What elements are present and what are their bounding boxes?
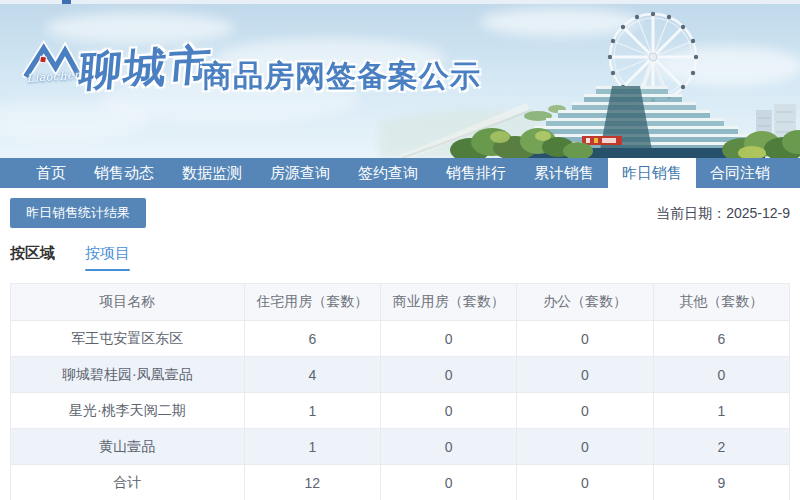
other-cell: 0 (653, 357, 789, 393)
nav-item-home[interactable]: 首页 (22, 158, 80, 188)
project-name-cell: 军王屯安置区东区 (11, 321, 245, 357)
office-cell: 0 (517, 429, 653, 465)
nav-item-contract-cancel[interactable]: 合同注销 (696, 158, 784, 188)
col-header-office: 办公（套数） (517, 284, 653, 321)
office-total-cell: 0 (517, 465, 653, 500)
col-header-other: 其他（套数） (653, 284, 789, 321)
current-date-value: 2025-12-9 (726, 205, 790, 221)
residential-cell: 1 (244, 393, 380, 429)
total-label-cell: 合计 (11, 465, 245, 500)
nav-item-yesterday-sales[interactable]: 昨日销售 (608, 158, 696, 188)
office-cell: 0 (517, 357, 653, 393)
page-title: 商品房网签备案公示 (202, 56, 481, 97)
other-total-cell: 9 (653, 465, 789, 500)
nav-item-cumulative-sales[interactable]: 累计销售 (520, 158, 608, 188)
col-header-project-name: 项目名称 (11, 284, 245, 321)
nav-item-sales-activity[interactable]: 销售动态 (80, 158, 168, 188)
residential-cell: 4 (244, 357, 380, 393)
commercial-cell: 0 (381, 393, 517, 429)
table-total-row: 合计 12 0 0 9 (11, 465, 790, 500)
current-date: 当前日期：2025-12-9 (656, 205, 790, 223)
project-name-cell: 星光·桃李天阅二期 (11, 393, 245, 429)
tab-by-region[interactable]: 按区域 (10, 244, 55, 271)
office-cell: 0 (517, 393, 653, 429)
commercial-cell: 0 (381, 357, 517, 393)
table-header-row: 项目名称 住宅用房（套数） 商业用房（套数） 办公（套数） 其他（套数） (11, 284, 790, 321)
residential-cell: 1 (244, 429, 380, 465)
yesterday-sales-table: 项目名称 住宅用房（套数） 商业用房（套数） 办公（套数） 其他（套数） 军王屯… (10, 283, 790, 500)
top-edge-strip (0, 0, 800, 4)
table-row: 聊城碧桂园·凤凰壹品 4 0 0 0 (11, 357, 790, 393)
nav-item-data-monitor[interactable]: 数据监测 (168, 158, 256, 188)
project-name-cell: 黄山壹品 (11, 429, 245, 465)
sales-table-container: 项目名称 住宅用房（套数） 商业用房（套数） 办公（套数） 其他（套数） 军王屯… (10, 283, 790, 500)
toolbar: 昨日销售统计结果 当前日期：2025-12-9 (0, 188, 800, 228)
site-banner: Liaocheng 聊城市 商品房网签备案公示 (0, 0, 800, 158)
other-cell: 6 (653, 321, 789, 357)
nav-item-contract-search[interactable]: 签约查询 (344, 158, 432, 188)
other-cell: 2 (653, 429, 789, 465)
nav-item-sales-ranking[interactable]: 销售排行 (432, 158, 520, 188)
commercial-total-cell: 0 (381, 465, 517, 500)
col-header-commercial: 商业用房（套数） (381, 284, 517, 321)
commercial-cell: 0 (381, 321, 517, 357)
residential-cell: 6 (244, 321, 380, 357)
commercial-cell: 0 (381, 429, 517, 465)
table-row: 星光·桃李天阅二期 1 0 0 1 (11, 393, 790, 429)
nav-item-listing-search[interactable]: 房源查询 (256, 158, 344, 188)
office-cell: 0 (517, 321, 653, 357)
other-cell: 1 (653, 393, 789, 429)
project-name-cell: 聊城碧桂园·凤凰壹品 (11, 357, 245, 393)
view-tabs: 按区域 按项目 (0, 244, 800, 271)
current-date-label: 当前日期： (656, 205, 726, 221)
tab-by-project[interactable]: 按项目 (85, 244, 130, 271)
table-row: 军王屯安置区东区 6 0 0 6 (11, 321, 790, 357)
table-row: 黄山壹品 1 0 0 2 (11, 429, 790, 465)
residential-total-cell: 12 (244, 465, 380, 500)
col-header-residential: 住宅用房（套数） (244, 284, 380, 321)
main-nav: 首页 销售动态 数据监测 房源查询 签约查询 销售排行 累计销售 昨日销售 合同… (0, 158, 800, 188)
city-name-calligraphy: 聊城市 (77, 37, 215, 100)
top-edge-mark (62, 0, 71, 4)
yesterday-sales-stats-button[interactable]: 昨日销售统计结果 (10, 198, 146, 228)
